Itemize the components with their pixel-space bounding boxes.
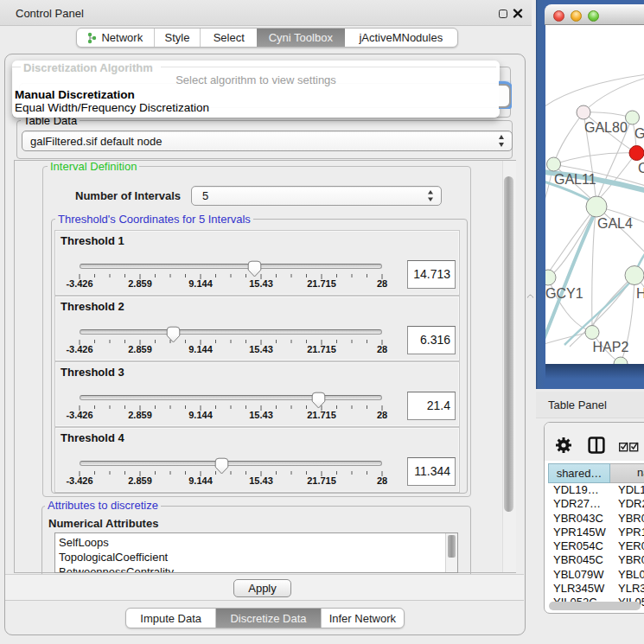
svg-text:GCY1: GCY1 <box>545 286 583 301</box>
svg-text:HAP2: HAP2 <box>593 340 629 354</box>
svg-text:CY: CY <box>638 161 644 175</box>
svg-text:HA: HA <box>636 286 644 301</box>
svg-text:GA: GA <box>634 126 644 141</box>
svg-text:GAL11: GAL11 <box>554 172 596 187</box>
svg-text:GAL4: GAL4 <box>597 216 633 231</box>
svg-text:GAL80: GAL80 <box>584 120 628 135</box>
